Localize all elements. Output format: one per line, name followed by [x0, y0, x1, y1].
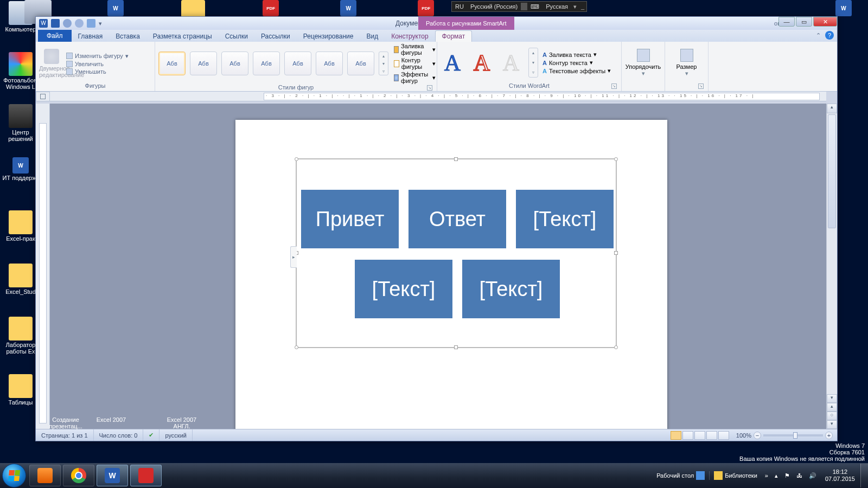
status-language[interactable]: русский [159, 429, 192, 441]
ruler-toggle[interactable] [36, 92, 50, 101]
taskbar-acrobat[interactable] [130, 465, 162, 486]
smartart-block[interactable]: [Текст] [516, 190, 614, 248]
desktop-icon[interactable]: Центр решений [2, 104, 40, 142]
minimize-button[interactable]: — [778, 17, 795, 27]
resize-handle[interactable] [614, 345, 618, 349]
browse-object[interactable]: ○ [827, 412, 837, 420]
vertical-scrollbar[interactable]: ▴ ▾ ▴ ○ ▾ [826, 104, 837, 429]
tray-network-icon[interactable]: 🖧 [793, 472, 806, 479]
toolbar-libraries[interactable]: Библиотеки [709, 471, 762, 480]
gallery-more[interactable]: ▿ [379, 67, 388, 75]
dialog-launcher[interactable]: ↘ [427, 85, 432, 91]
zoom-level[interactable]: 100% [736, 432, 751, 439]
resize-handle[interactable] [614, 157, 618, 161]
document-canvas[interactable]: ▸ Привет Ответ [Текст] [Текст] [Текст] [50, 104, 826, 429]
desktop-icon[interactable]: Создание презентац... [47, 416, 85, 429]
view-draft[interactable] [718, 431, 729, 440]
desktop-icon[interactable]: PDF [252, 0, 290, 17]
wordart-style[interactable]: A [441, 48, 464, 78]
text-outline-button[interactable]: AКонтур текста ▾ [542, 59, 611, 66]
change-shape-button[interactable]: Изменить фигуру ▾ [66, 53, 129, 60]
tab-format[interactable]: Формат [435, 30, 473, 42]
text-fill-button[interactable]: AЗаливка текста ▾ [542, 51, 611, 58]
zoom-knob[interactable] [793, 432, 797, 439]
help-button[interactable]: ? [825, 31, 834, 40]
undo-button[interactable] [63, 19, 72, 28]
size-icon[interactable] [680, 49, 693, 62]
view-full-screen[interactable] [682, 431, 693, 440]
resize-handle[interactable] [454, 157, 458, 161]
toolbar-desktop[interactable]: Рабочий стол [652, 471, 709, 480]
smartart-block[interactable]: Привет [301, 190, 399, 248]
taskbar-media-player[interactable] [29, 465, 61, 486]
shape-style-thumb[interactable]: Абв [347, 52, 374, 75]
tray-flag-icon[interactable]: ⚑ [781, 472, 793, 479]
gallery-more[interactable]: ▿ [529, 67, 538, 77]
shape-style-thumb[interactable]: Абв [221, 52, 248, 75]
shape-effects-button[interactable]: Эффекты фигур ▾ [394, 71, 436, 84]
shape-style-thumb[interactable]: Абв [158, 52, 186, 75]
language-bar[interactable]: RU Русский (Россия) ⌨Русская ▾ _ [451, 1, 587, 12]
desktop-icon[interactable]: Excel-прак [2, 210, 40, 242]
tab-mailings[interactable]: Рассылки [254, 31, 297, 42]
status-proofing[interactable]: ✔ [143, 429, 159, 441]
desktop-icon[interactable]: W [329, 0, 367, 17]
dialog-launcher[interactable]: ↘ [611, 84, 617, 89]
redo-button[interactable] [75, 19, 84, 28]
resize-handle[interactable] [614, 251, 618, 255]
desktop-icon[interactable]: Таблицы [2, 374, 40, 406]
gallery-down[interactable]: ▾ [529, 58, 538, 68]
smartart-block[interactable]: [Текст] [355, 260, 452, 318]
smaller-button[interactable]: Уменьшить [66, 68, 129, 75]
shape-outline-button[interactable]: Контур фигуры ▾ [394, 57, 436, 70]
scroll-up[interactable]: ▴ [827, 104, 837, 113]
word-icon[interactable]: W [39, 19, 48, 28]
page[interactable]: ▸ Привет Ответ [Текст] [Текст] [Текст] [235, 120, 667, 429]
zoom-slider[interactable] [763, 434, 823, 436]
view-print-layout[interactable] [671, 431, 681, 440]
taskbar-word[interactable]: W [97, 465, 128, 486]
tray-show-hidden[interactable]: ▴ [771, 472, 781, 479]
lang-minimize[interactable]: _ [579, 3, 586, 10]
gallery-up[interactable]: ▴ [529, 48, 538, 58]
titlebar[interactable]: W ▾ Документ1 - Microsoft Word Работа с … [36, 17, 837, 30]
smartart-text-pane-toggle[interactable]: ▸ [290, 246, 297, 268]
desktop-icon[interactable]: Excel 2007 [92, 416, 130, 423]
resize-handle[interactable] [454, 345, 458, 349]
taskbar-chrome[interactable] [63, 465, 94, 486]
tray-overflow[interactable]: » [762, 472, 771, 479]
scroll-thumb[interactable] [828, 114, 836, 228]
tab-home[interactable]: Главная [72, 31, 110, 42]
tab-review[interactable]: Рецензирование [297, 31, 360, 42]
start-button[interactable] [2, 464, 26, 487]
gallery-up[interactable]: ▴ [379, 52, 388, 60]
resize-handle[interactable] [295, 157, 298, 161]
desktop-icon[interactable]: W [825, 0, 863, 17]
smartart-block[interactable]: Ответ [409, 190, 506, 248]
smartart-object[interactable]: ▸ Привет Ответ [Текст] [Текст] [Текст] [296, 159, 616, 348]
close-button[interactable]: ✕ [813, 17, 837, 27]
shape-fill-button[interactable]: Заливка фигуры ▾ [394, 43, 436, 56]
tab-view[interactable]: Вид [360, 31, 385, 42]
tab-design[interactable]: Конструктор [385, 31, 435, 42]
maximize-button[interactable]: ▭ [796, 17, 812, 27]
qat-button[interactable] [87, 19, 95, 28]
text-effects-button[interactable]: AТекстовые эффекты ▾ [542, 67, 611, 74]
tray-volume-icon[interactable]: 🔊 [806, 472, 820, 479]
qat-customize[interactable]: ▾ [99, 20, 102, 27]
status-wordcount[interactable]: Число слов: 0 [94, 429, 144, 441]
next-page[interactable]: ▾ [827, 420, 837, 429]
chevron-down-icon[interactable]: ▾ [571, 3, 579, 10]
zoom-in-button[interactable]: + [825, 432, 833, 439]
wordart-style[interactable]: A [470, 48, 494, 78]
show-desktop-button[interactable] [860, 464, 868, 487]
scroll-down[interactable]: ▾ [827, 394, 837, 403]
view-outline[interactable] [706, 431, 717, 440]
desktop-icon[interactable]: Excel 2007 АНГЛ. [163, 416, 201, 429]
desktop-icon[interactable]: PDF [407, 0, 445, 17]
status-page[interactable]: Страница: 1 из 1 [36, 429, 94, 441]
tray-clock[interactable]: 18:1207.07.2015 [820, 468, 860, 483]
desktop-icon[interactable]: Фотоальбом Windows L [2, 52, 40, 90]
tab-layout[interactable]: Разметка страницы [146, 31, 219, 42]
ribbon-minimize[interactable]: ⌃ [816, 32, 821, 39]
